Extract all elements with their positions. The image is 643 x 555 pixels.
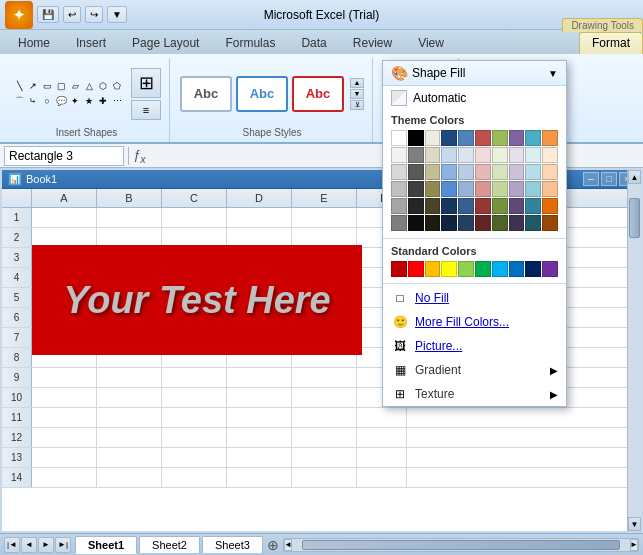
- nav-last-sheet[interactable]: ►|: [55, 537, 71, 553]
- color-swatch[interactable]: [475, 215, 491, 231]
- std-color-darkred[interactable]: [391, 261, 407, 277]
- tab-formulas[interactable]: Formulas: [212, 32, 288, 54]
- nav-prev-sheet[interactable]: ◄: [21, 537, 37, 553]
- std-color-green[interactable]: [475, 261, 491, 277]
- gradient-item[interactable]: ▦ Gradient ▶: [383, 358, 566, 382]
- color-swatch[interactable]: [458, 164, 474, 180]
- color-swatch[interactable]: [509, 215, 525, 231]
- tab-data[interactable]: Data: [288, 32, 339, 54]
- cell[interactable]: [97, 468, 162, 488]
- cell[interactable]: [162, 388, 227, 408]
- color-swatch[interactable]: [441, 215, 457, 231]
- cell[interactable]: [357, 408, 407, 428]
- shape-diamond[interactable]: ⬡: [96, 79, 110, 93]
- scroll-more-btn[interactable]: ⊻: [350, 100, 364, 110]
- std-color-red[interactable]: [408, 261, 424, 277]
- shape-cross[interactable]: ✚: [96, 94, 110, 108]
- color-swatch[interactable]: [492, 147, 508, 163]
- customize-qat-button[interactable]: ▼: [107, 6, 127, 23]
- shape-parallelogram[interactable]: ▱: [68, 79, 82, 93]
- cell[interactable]: [227, 408, 292, 428]
- shape-callout[interactable]: 💬: [54, 94, 68, 108]
- std-color-darkblue[interactable]: [525, 261, 541, 277]
- color-swatch[interactable]: [391, 181, 407, 197]
- color-swatch[interactable]: [509, 181, 525, 197]
- col-header-a[interactable]: A: [32, 189, 97, 207]
- cell[interactable]: [292, 368, 357, 388]
- col-header-b[interactable]: B: [97, 189, 162, 207]
- color-swatch[interactable]: [542, 130, 558, 146]
- std-color-yellow[interactable]: [441, 261, 457, 277]
- color-swatch[interactable]: [458, 198, 474, 214]
- cell[interactable]: [97, 428, 162, 448]
- picture-item[interactable]: 🖼 Picture...: [383, 334, 566, 358]
- redo-button[interactable]: ↪: [85, 6, 103, 23]
- cell[interactable]: [97, 408, 162, 428]
- color-swatch[interactable]: [441, 164, 457, 180]
- shape-pentagon[interactable]: ⬠: [110, 79, 124, 93]
- scrollbar-thumb[interactable]: [629, 198, 640, 238]
- color-swatch[interactable]: [492, 130, 508, 146]
- color-swatch[interactable]: [425, 215, 441, 231]
- color-swatch[interactable]: [441, 147, 457, 163]
- cell[interactable]: [292, 208, 357, 228]
- std-color-purple[interactable]: [542, 261, 558, 277]
- cell[interactable]: [162, 428, 227, 448]
- color-swatch[interactable]: [408, 164, 424, 180]
- cell[interactable]: [227, 368, 292, 388]
- color-swatch[interactable]: [542, 164, 558, 180]
- scroll-track[interactable]: [628, 252, 641, 517]
- more-fill-colors-item[interactable]: 🙂 More Fill Colors...: [383, 310, 566, 334]
- shape-freeform[interactable]: ⤷: [26, 94, 40, 108]
- shape-line[interactable]: ╲: [12, 79, 26, 93]
- cell[interactable]: [227, 468, 292, 488]
- col-header-c[interactable]: C: [162, 189, 227, 207]
- cell[interactable]: [32, 428, 97, 448]
- vertical-scrollbar[interactable]: ▲ ▼: [627, 170, 641, 531]
- scroll-up-arrow[interactable]: ▲: [628, 170, 641, 184]
- shape-fill-header[interactable]: 🎨 Shape Fill ▼: [383, 61, 566, 86]
- std-color-orange[interactable]: [425, 261, 441, 277]
- color-swatch[interactable]: [492, 215, 508, 231]
- color-swatch[interactable]: [525, 215, 541, 231]
- shape-star5[interactable]: ★: [82, 94, 96, 108]
- nav-next-sheet[interactable]: ►: [38, 537, 54, 553]
- std-color-lightgreen[interactable]: [458, 261, 474, 277]
- cell[interactable]: [292, 388, 357, 408]
- cell[interactable]: [97, 208, 162, 228]
- color-swatch[interactable]: [458, 181, 474, 197]
- horizontal-scrollbar[interactable]: ◄ ►: [283, 538, 639, 552]
- shape-style-2[interactable]: Abc: [236, 76, 288, 112]
- cell[interactable]: [292, 408, 357, 428]
- col-header-d[interactable]: D: [227, 189, 292, 207]
- cell[interactable]: [162, 208, 227, 228]
- color-swatch[interactable]: [542, 181, 558, 197]
- color-swatch[interactable]: [408, 215, 424, 231]
- color-swatch[interactable]: [408, 147, 424, 163]
- color-swatch[interactable]: [475, 130, 491, 146]
- add-sheet-btn[interactable]: ⊕: [267, 537, 279, 553]
- tab-review[interactable]: Review: [340, 32, 405, 54]
- color-swatch[interactable]: [458, 130, 474, 146]
- color-swatch[interactable]: [492, 164, 508, 180]
- cell[interactable]: [162, 468, 227, 488]
- color-swatch[interactable]: [425, 147, 441, 163]
- office-logo-icon[interactable]: ✦: [5, 1, 33, 29]
- hscroll-left[interactable]: ◄: [284, 539, 292, 551]
- cell[interactable]: [162, 448, 227, 468]
- scroll-down-arrow[interactable]: ▼: [628, 517, 641, 531]
- cell[interactable]: [32, 468, 97, 488]
- tab-view[interactable]: View: [405, 32, 457, 54]
- no-fill-item[interactable]: □ No Fill: [383, 286, 566, 310]
- color-swatch[interactable]: [475, 147, 491, 163]
- cell[interactable]: [292, 468, 357, 488]
- color-swatch[interactable]: [475, 198, 491, 214]
- hscroll-thumb[interactable]: [302, 540, 620, 550]
- color-swatch[interactable]: [509, 130, 525, 146]
- color-swatch[interactable]: [441, 130, 457, 146]
- undo-button[interactable]: ↩: [63, 6, 81, 23]
- sheet-tab-3[interactable]: Sheet3: [202, 536, 263, 553]
- hscroll-right[interactable]: ►: [630, 539, 638, 551]
- color-swatch[interactable]: [408, 198, 424, 214]
- color-swatch[interactable]: [441, 181, 457, 197]
